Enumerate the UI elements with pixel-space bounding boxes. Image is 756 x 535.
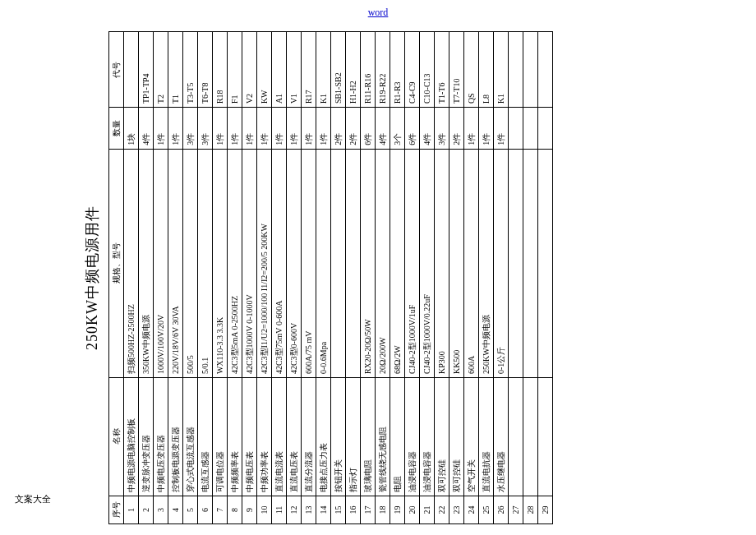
cell-seq: 15 <box>331 496 346 523</box>
cell-name: 逆变脉冲变压器 <box>139 378 154 496</box>
cell-spec <box>331 149 346 377</box>
cell-qty: 2件 <box>449 108 464 150</box>
cell-code: T1-T6 <box>435 32 449 108</box>
cell-qty: 4件 <box>376 108 390 150</box>
cell-seq: 4 <box>168 496 183 523</box>
cell-code: K1 <box>316 32 331 108</box>
cell-code: C4-C9 <box>405 32 420 108</box>
cell-code <box>538 32 553 108</box>
cell-seq: 18 <box>376 496 390 523</box>
cell-seq: 16 <box>346 496 361 523</box>
table-row: 8中频频率表42C3型5mA 0-2500HZ1件F1 <box>228 32 242 524</box>
table-row: 2逆变脉冲变压器350KW中频电源4件TP1-TP4 <box>139 32 154 524</box>
table-row: 18瓷管线绕无感电阻20Ω/200W4件R19-R22 <box>376 32 390 524</box>
cell-spec: 600A/75 mV <box>302 149 316 377</box>
cell-name: 穿心式电流互感器 <box>183 378 198 496</box>
cell-code <box>523 32 538 108</box>
cell-seq: 7 <box>213 496 228 523</box>
cell-spec <box>538 149 553 377</box>
cell-name: 直流电流表 <box>272 378 287 496</box>
cell-qty: 1件 <box>287 108 302 150</box>
cell-qty: 3件 <box>183 108 198 150</box>
cell-spec: 扫频500HZ-2500HZ <box>124 149 139 377</box>
cell-code: R1-R3 <box>390 32 405 108</box>
cell-spec: 42C3型0-600V <box>287 149 302 377</box>
cell-qty: 1件 <box>494 108 509 150</box>
table-row: 7可调电位器WX110-3.3 3.3K1件R18 <box>213 32 228 524</box>
cell-spec: RX20-20Ω/50W <box>361 149 376 377</box>
table-row: 22双可控硅KP3003件T1-T6 <box>435 32 449 524</box>
cell-name: 双可控硅 <box>435 378 449 496</box>
cell-qty: 1块 <box>124 108 139 150</box>
cell-seq: 5 <box>183 496 198 523</box>
table-row: 5穿心式电流互感器500/53件T3-T5 <box>183 32 198 524</box>
cell-spec: 1000V/100V/20V <box>154 149 168 377</box>
table-row: 9中频电压表42C3型1000V 0-1000V1件V2 <box>242 32 257 524</box>
cell-name <box>509 378 523 496</box>
cell-name: 油浸电容器 <box>405 378 420 496</box>
cell-name: 按钮开关 <box>331 378 346 496</box>
cell-spec: 220V/18V/6V 30VA <box>168 149 183 377</box>
cell-spec <box>509 149 523 377</box>
cell-qty: 1件 <box>228 108 242 150</box>
cell-seq: 25 <box>479 496 494 523</box>
cell-name <box>523 378 538 496</box>
cell-spec: CJ40-2型1000V/1uF <box>405 149 420 377</box>
cell-name: 指示灯 <box>346 378 361 496</box>
cell-seq: 29 <box>538 496 553 523</box>
cell-seq: 19 <box>390 496 405 523</box>
cell-spec: 42C3型I1/U2=1000/100 I1/I2=200/5 200KW <box>257 149 272 377</box>
cell-spec: 42C3型75mV 0-600A <box>272 149 287 377</box>
table-header-row: 序号 名称 规格、型号 数量 代号 <box>109 32 124 524</box>
cell-name: 玻璃电阻 <box>361 378 376 496</box>
table-row: 3中频电压变压器1000V/100V/20V1件T2 <box>154 32 168 524</box>
table-row: 15按钮开关2件SB1-SB2 <box>331 32 346 524</box>
cell-spec: 350KW中频电源 <box>139 149 154 377</box>
cell-seq: 2 <box>139 496 154 523</box>
col-spec: 规格、型号 <box>109 149 124 377</box>
cell-qty: 1件 <box>213 108 228 150</box>
table-row: 26水压继电器0-1公斤1件K1 <box>494 32 509 524</box>
col-code: 代号 <box>109 32 124 108</box>
cell-name: 油浸电容器 <box>420 378 435 496</box>
cell-spec <box>523 149 538 377</box>
cell-seq: 17 <box>361 496 376 523</box>
cell-code: R17 <box>302 32 316 108</box>
cell-seq: 22 <box>435 496 449 523</box>
table-row: 20油浸电容器CJ40-2型1000V/1uF6件C4-C9 <box>405 32 420 524</box>
cell-code: QS <box>464 32 479 108</box>
cell-spec: 500/5 <box>183 149 198 377</box>
cell-spec: KP300 <box>435 149 449 377</box>
cell-code: T1 <box>168 32 183 108</box>
cell-qty <box>523 108 538 150</box>
cell-code <box>124 32 139 108</box>
table-row: 6电流互感器5/0.13件T6-T8 <box>198 32 213 524</box>
cell-qty: 4件 <box>420 108 435 150</box>
cell-qty: 1件 <box>242 108 257 150</box>
cell-spec: KK500 <box>449 149 464 377</box>
cell-code: F1 <box>228 32 242 108</box>
cell-qty <box>538 108 553 150</box>
cell-seq: 8 <box>228 496 242 523</box>
cell-spec: 42C3型5mA 0-2500HZ <box>228 149 242 377</box>
cell-name: 中频电压变压器 <box>154 378 168 496</box>
cell-seq: 27 <box>509 496 523 523</box>
cell-qty: 1件 <box>464 108 479 150</box>
cell-spec: 0-0.6Mpa <box>316 149 331 377</box>
cell-name: 电阻 <box>390 378 405 496</box>
cell-qty: 2件 <box>346 108 361 150</box>
table-row: 12直流电压表42C3型0-600V1件V1 <box>287 32 302 524</box>
table-row: 25直流电抗器250KW中频电源1件L8 <box>479 32 494 524</box>
cell-spec: 5/0.1 <box>198 149 213 377</box>
cell-qty: 6件 <box>405 108 420 150</box>
table-row: 17玻璃电阻RX20-20Ω/50W6件R11-R16 <box>361 32 376 524</box>
header-word-link[interactable]: word <box>368 7 389 19</box>
cell-spec: CJ40-2型1000V/0.22uF <box>420 149 435 377</box>
cell-code: R11-R16 <box>361 32 376 108</box>
cell-spec: 250KW中频电源 <box>479 149 494 377</box>
cell-code: SB1-SB2 <box>331 32 346 108</box>
cell-seq: 6 <box>198 496 213 523</box>
spec-table: 序号 名称 规格、型号 数量 代号 1中频电源电脑控制板扫频500HZ-2500… <box>108 31 553 524</box>
cell-code: L8 <box>479 32 494 108</box>
table-row: 23双可控硅KK5002件T7-T10 <box>449 32 464 524</box>
